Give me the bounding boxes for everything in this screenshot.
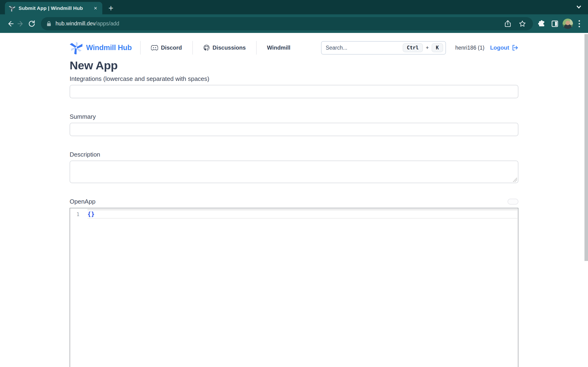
description-textarea[interactable] (70, 161, 518, 183)
summary-input[interactable] (70, 123, 518, 136)
windmill-favicon-icon (9, 5, 15, 11)
code-text: {} (87, 211, 95, 217)
tab-title: Submit App | Windmill Hub (19, 5, 89, 11)
profile-avatar[interactable] (563, 19, 573, 29)
github-icon (203, 44, 210, 51)
reload-button[interactable] (26, 18, 37, 29)
main-nav: Discord Discussions Windmill (140, 41, 301, 55)
user-area: henri186 (1) Logout (446, 44, 518, 51)
editor-mode-toggle[interactable] (508, 199, 518, 205)
brand-logo[interactable]: Windmill Hub (70, 41, 132, 54)
url-host: hub.windmill.dev (56, 20, 95, 26)
tab-close-icon[interactable]: × (92, 5, 99, 11)
browser-tab-bar: Submit App | Windmill Hub × + (0, 0, 588, 14)
integrations-label: Integrations (lowercase and separated wi… (70, 75, 518, 83)
resize-grip-icon[interactable] (512, 177, 517, 182)
toolbar-actions (536, 18, 583, 29)
code-line[interactable]: 1 {} (70, 208, 518, 219)
scrollbar-thumb[interactable] (584, 34, 588, 261)
nav-label: Windmill (267, 44, 290, 51)
nav-link-discussions[interactable]: Discussions (192, 41, 256, 55)
discord-icon (151, 45, 158, 50)
kbd-ctrl: Ctrl (403, 43, 423, 52)
browser-tab[interactable]: Submit App | Windmill Hub × (5, 2, 102, 14)
address-bar[interactable]: hub.windmill.dev/apps/add (41, 17, 533, 30)
bookmark-star-icon[interactable] (517, 18, 528, 29)
openapp-label: OpenApp (70, 198, 95, 205)
nav-link-discord[interactable]: Discord (140, 41, 192, 55)
lock-icon (46, 21, 52, 27)
nav-link-windmill[interactable]: Windmill (256, 41, 301, 55)
nav-label: Discussions (213, 44, 246, 51)
forward-button[interactable] (16, 18, 26, 29)
logout-label: Logout (490, 44, 509, 51)
user-name: henri186 (1) (455, 45, 485, 51)
tab-search-chevron-icon[interactable] (575, 4, 582, 10)
browser-menu-icon[interactable] (575, 20, 583, 27)
site-header: Windmill Hub Discord Discussions Windmil (70, 40, 518, 55)
kbd-k: K (432, 43, 443, 52)
logout-link[interactable]: Logout (490, 44, 518, 51)
back-button[interactable] (5, 18, 16, 29)
url-path: /apps/add (95, 20, 119, 26)
kbd-separator: + (426, 45, 429, 51)
page-body: Windmill Hub Discord Discussions Windmil (0, 33, 588, 367)
search-box[interactable]: Ctrl + K (321, 41, 446, 55)
share-icon[interactable] (502, 18, 513, 29)
nav-label: Discord (161, 44, 182, 51)
windmill-logo-icon (70, 41, 83, 54)
url-text: hub.windmill.dev/apps/add (56, 20, 499, 27)
browser-toolbar: hub.windmill.dev/apps/add (0, 14, 588, 33)
search-input[interactable] (326, 45, 400, 51)
side-panel-icon[interactable] (549, 18, 560, 29)
openapp-code-editor[interactable]: 1 {} (70, 208, 518, 367)
new-tab-button[interactable]: + (109, 4, 113, 12)
line-number: 1 (70, 211, 87, 217)
integrations-input[interactable] (70, 85, 518, 98)
extensions-puzzle-icon[interactable] (536, 18, 547, 29)
summary-label: Summary (70, 113, 518, 120)
page-title: New App (70, 59, 518, 72)
brand-title: Windmill Hub (86, 43, 132, 52)
description-label: Description (70, 151, 518, 158)
logout-icon (511, 44, 518, 51)
